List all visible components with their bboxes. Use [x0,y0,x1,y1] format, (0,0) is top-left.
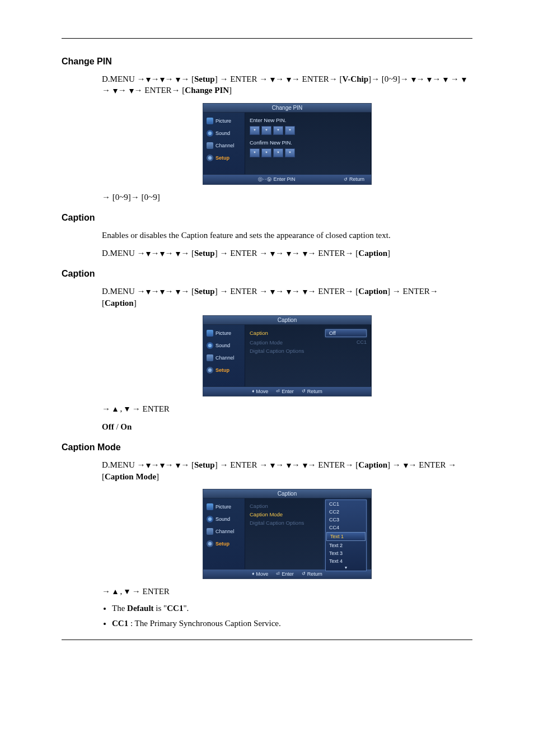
down-icon [303,290,307,295]
tail-caption-mode: → , → ENTER [102,586,472,597]
tail-change-pin: → [0~9]→ [0~9] [102,192,472,203]
down-icon [270,290,275,295]
channel-icon [207,354,213,361]
osd-caption-mode: Caption Picture Sound Channel Setup Capt… [203,489,372,579]
row-caption[interactable]: Caption Off [250,328,367,338]
dd-text3[interactable]: Text 3 [326,549,366,557]
keypad-icon: ⓪‥⑨ [258,176,271,183]
down-icon [160,464,165,468]
dd-cc2[interactable]: CC2 [326,508,366,516]
channel-icon [207,142,213,149]
row-caption-mode[interactable]: Caption Mode CC1 [250,338,367,347]
down-icon [146,78,151,82]
down-icon [176,290,180,295]
tail-caption-2: → , → ENTER [102,403,472,414]
heading-caption-1: Caption [62,213,472,223]
dd-cc3[interactable]: CC3 [326,516,366,524]
sidebar-item-sound[interactable]: Sound [203,513,245,525]
return-icon: ↺ [302,571,306,576]
return-icon: ↺ [344,177,348,182]
down-icon [303,464,307,468]
down-icon [146,290,151,295]
heading-caption-mode: Caption Mode [62,442,472,452]
dd-text1[interactable]: Text 1 [326,532,366,541]
sidebar-item-channel[interactable]: Channel [203,352,245,364]
value-caption[interactable]: Off [325,329,367,337]
off-on: Off / On [102,421,472,432]
path-caption-1: D.MENU →→→ → [Setup] → ENTER → → → → ENT… [102,248,472,259]
down-icon [125,590,129,594]
sidebar-item-channel[interactable]: Channel [203,139,245,152]
osd-footer: ⓪‥⑨Enter PIN ↺Return [203,174,371,184]
osd-sidebar: Picture Sound Channel Setup [203,113,245,174]
down-icon [146,464,151,468]
down-icon [176,252,180,256]
heading-caption-2: Caption [62,269,472,279]
path-change-pin: D.MENU →→→ → [Setup] → ENTER → → → ENTER… [102,73,472,96]
enter-icon: ⏎ [276,389,280,394]
sidebar-item-sound[interactable]: Sound [203,339,245,352]
osd-sidebar: Picture Sound Channel Setup [203,325,245,386]
move-icon: ♦ [252,571,254,576]
osd-change-pin: Change PIN Picture Sound Channel Setup E… [203,103,372,185]
enter-icon: ⏎ [276,571,280,576]
sidebar-item-setup[interactable]: Setup [203,152,245,164]
down-icon [113,89,118,94]
osd-footer: ♦Move ⏎Enter ↺Return [203,386,371,396]
bottom-rule [62,640,472,640]
dd-text2[interactable]: Text 2 [326,542,366,549]
pin-entry-new[interactable]: **** [250,126,367,135]
down-icon [176,78,180,82]
path-caption-mode: D.MENU →→→ → [Setup] → ENTER → → → → ENT… [102,459,472,482]
heading-change-pin: Change PIN [62,57,472,67]
note-cc1: CC1 : The Primary Synchronous Caption Se… [112,619,472,628]
down-icon [287,464,291,468]
sidebar-item-setup[interactable]: Setup [203,364,245,376]
down-icon [411,78,416,82]
down-icon [146,252,151,256]
down-icon [160,78,165,82]
sidebar-item-picture[interactable]: Picture [203,115,245,127]
chevron-down-icon: ▾ [326,565,366,571]
gear-icon [207,540,213,547]
dd-text4[interactable]: Text 4 [326,557,366,565]
osd-title: Caption [203,316,371,325]
dd-cc4[interactable]: CC4 [326,524,366,531]
down-icon [303,252,307,256]
channel-icon [207,528,213,535]
sidebar-item-channel[interactable]: Channel [203,525,245,538]
sound-icon [207,342,213,349]
sidebar-item-setup[interactable]: Setup [203,538,245,550]
pin-entry-confirm[interactable]: **** [250,148,367,157]
down-icon [129,89,134,94]
caption-mode-dropdown[interactable]: CC1 CC2 CC3 CC4 Text 1 Text 2 Text 3 Tex… [325,500,367,571]
osd-title: Change PIN [203,104,371,113]
gear-icon [207,367,213,374]
down-icon [287,290,291,295]
picture-icon [207,330,213,337]
path-caption-2: D.MENU →→→ → [Setup] → ENTER → → → → ENT… [102,286,472,309]
down-icon [462,78,466,82]
label-enter-new-pin: Enter New PIN. [250,116,367,124]
osd-caption: Caption Picture Sound Channel Setup Capt… [203,315,372,396]
down-icon [427,78,432,82]
osd-title: Caption [203,489,371,498]
down-icon [160,290,165,295]
top-rule [62,38,472,39]
sound-icon [207,130,213,137]
up-icon [113,407,118,412]
note-default: The Default is "CC1". [112,604,472,613]
sidebar-item-sound[interactable]: Sound [203,127,245,139]
sidebar-item-picture[interactable]: Picture [203,327,245,339]
down-icon [270,78,275,82]
caption-description: Enables or disables the Caption feature … [102,230,472,241]
down-icon [270,464,275,468]
sidebar-item-picture[interactable]: Picture [203,501,245,513]
down-icon [287,78,291,82]
down-icon [287,252,291,256]
sound-icon [207,516,213,522]
row-digital-caption-options[interactable]: Digital Caption Options [250,347,367,355]
dd-cc1[interactable]: CC1 [326,500,366,508]
caption-mode-notes: The Default is "CC1". CC1 : The Primary … [102,604,472,628]
up-icon [113,590,118,594]
